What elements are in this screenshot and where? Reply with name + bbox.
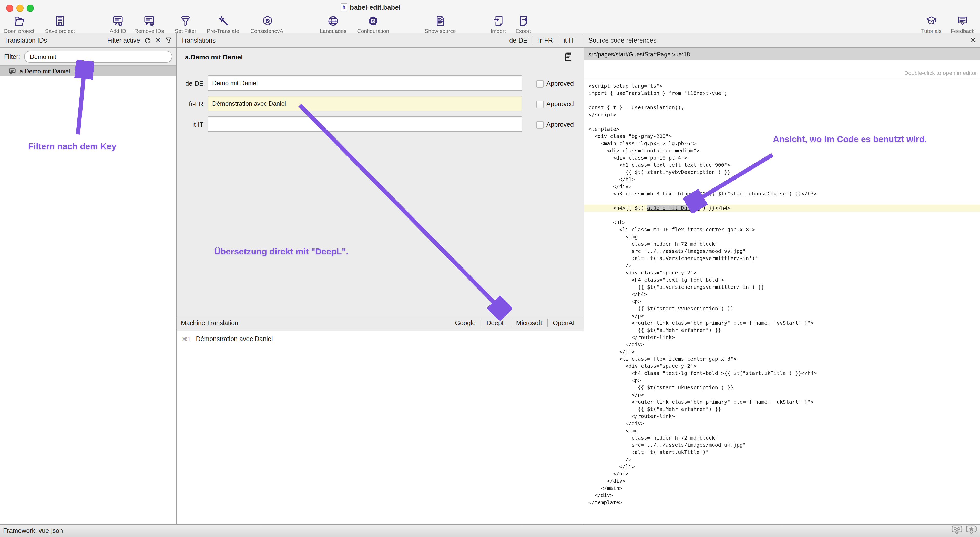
export-icon [493, 15, 554, 27]
code-line: <p> [584, 377, 980, 384]
code-line: </main> [584, 485, 980, 492]
toolbar-show-source[interactable]: Show source [409, 15, 471, 34]
shortcut-badge: ⌘1 [182, 336, 191, 342]
code-line: {{ $t("a.Versicherungsvermittler/-in") }… [584, 284, 980, 291]
code-line: /> [584, 262, 980, 269]
filter-active-label: Filter active [107, 37, 140, 44]
provider-tab-openai[interactable]: OpenAI [547, 319, 580, 327]
window-title-group: b babel-edit.babel [340, 3, 401, 11]
translation-input-it-IT[interactable] [208, 116, 522, 132]
code-line: <h4 class="text-lg font-bold"> [584, 276, 980, 284]
approved-checkbox-fr-FR[interactable] [536, 100, 544, 108]
lang-tab-fr-fr[interactable]: fr-FR [533, 36, 558, 45]
translation-row-fr-FR: fr-FRApproved [177, 96, 584, 112]
language-label: de-DE [179, 75, 204, 92]
machine-translation-header: Machine Translation GoogleDeepLMicrosoft… [177, 316, 584, 330]
status-bar: Framework: vue-json [0, 524, 980, 537]
toolbar-label: ConsistencyAI [237, 28, 298, 34]
translation-row-it-IT: it-ITApproved [177, 116, 584, 133]
toolbar-label: Configuration [342, 28, 404, 34]
approved-checkbox-it-IT[interactable] [536, 121, 544, 129]
toolbar-label: Feedback [932, 28, 980, 34]
toolbar-label: Show source [409, 28, 471, 34]
source-code-references-panel: Source code references ✕ src/pages/start… [584, 33, 980, 524]
code-line: {{ $t("a.Mehr erfahren") }} [584, 406, 980, 413]
code-line: </div> [584, 183, 980, 190]
filter-input[interactable] [24, 51, 172, 62]
code-line: </template> [584, 499, 980, 506]
code-line: <div class="pb-10 pt-4"> [584, 155, 980, 162]
toolbar-save-project[interactable]: Save project [29, 15, 91, 34]
code-line: </li> [584, 463, 980, 470]
provider-tabs: GoogleDeepLMicrosoftOpenAI [450, 317, 580, 330]
configuration-icon [342, 15, 404, 27]
clear-filter-icon[interactable]: ✕ [155, 37, 161, 44]
provider-tab-deepl[interactable]: DeepL [481, 319, 511, 327]
provider-tab-microsoft[interactable]: Microsoft [511, 319, 547, 327]
translation-ids-title: Translation IDs [4, 37, 47, 44]
language-tabs: de-DEfr-FRit-IT [504, 33, 580, 47]
translation-id-item[interactable]: a.Demo mit Daniel [0, 66, 176, 76]
file-reference-row[interactable]: src/pages/start/GuestStartPage.vue:18 [584, 48, 980, 60]
code-line: import { useTranslation } from "i18next-… [584, 90, 980, 97]
annotation-deepl-note: Übersetzung direkt mit "DeepL". [214, 247, 348, 257]
filter-row: Filter: [0, 48, 176, 66]
approved-label: Approved [546, 75, 574, 92]
approved-checkbox-de-DE[interactable] [536, 80, 544, 88]
filter-controls: Filter active ✕ [107, 37, 172, 44]
code-line: /> [584, 456, 980, 463]
code-line: <h1 class="text-left text-blue-900"> [584, 162, 980, 169]
translation-input-de-DE[interactable] [208, 75, 522, 91]
zoom-window-button[interactable] [27, 5, 34, 12]
machine-translation-body: ⌘1 Démonstration avec Daniel [177, 331, 584, 524]
consistency-ai-icon [237, 15, 298, 27]
filter-funnel-icon[interactable] [165, 37, 172, 44]
provider-tab-google[interactable]: Google [450, 319, 481, 327]
feedback-icon [932, 15, 980, 27]
feedback-wave-icon[interactable] [951, 525, 963, 537]
machine-translation-result-row[interactable]: ⌘1 Démonstration avec Daniel [177, 331, 584, 343]
toolbar-consistencyai[interactable]: ConsistencyAI [237, 15, 298, 34]
code-line: </p> [584, 312, 980, 320]
rate-star-icon[interactable] [966, 525, 977, 537]
refresh-icon[interactable] [144, 37, 151, 44]
code-line: :alt="t('start.ukTitle')" [584, 449, 980, 456]
toolbar-label: Save project [29, 28, 91, 34]
lang-tab-de-de[interactable]: de-DE [504, 36, 533, 45]
code-line [584, 198, 980, 205]
notes-icon[interactable] [564, 52, 573, 64]
code-line: {{ $t("start.ukDescription") }} [584, 384, 980, 391]
toolbar-feedback[interactable]: Feedback [932, 15, 980, 34]
right-divider[interactable] [584, 33, 584, 524]
toolbar-label: Export [493, 28, 554, 34]
language-label: fr-FR [179, 96, 204, 112]
translations-panel: Translations de-DEfr-FRit-IT a.Demo mit … [177, 33, 584, 524]
toolbar-export[interactable]: Export [493, 15, 554, 34]
code-line [584, 212, 980, 219]
toolbar-configuration[interactable]: Configuration [342, 15, 404, 34]
code-line: src="../../assets/images/mood_uk.jpg" [584, 441, 980, 449]
code-line: <ul> [584, 219, 980, 226]
code-line: src="../../assets/images/mood_vv.jpg" [584, 248, 980, 255]
machine-translation-title: Machine Translation [181, 320, 238, 327]
highlighted-translation-key: a.Demo mit Daniel [647, 205, 700, 211]
save-project-icon [29, 15, 91, 27]
code-line [584, 118, 980, 126]
left-divider[interactable] [176, 33, 177, 524]
code-line: <template> [584, 126, 980, 133]
show-source-icon [409, 15, 471, 27]
translation-input-fr-FR[interactable] [208, 96, 522, 111]
close-panel-icon[interactable]: ✕ [970, 37, 976, 44]
status-icons [951, 525, 977, 537]
source-references-title: Source code references [589, 37, 656, 44]
minimize-window-button[interactable] [16, 5, 24, 12]
window-title: babel-edit.babel [350, 3, 401, 11]
code-line: class="hidden h-72 md:block" [584, 241, 980, 248]
close-window-button[interactable] [6, 5, 13, 12]
framework-label: Framework: vue-json [3, 527, 63, 534]
lang-tab-it-it[interactable]: it-IT [558, 36, 580, 45]
code-line: <div class="space-y-2"> [584, 363, 980, 370]
code-line: const { t } = useTranslation(); [584, 104, 980, 111]
code-line: </div> [584, 492, 980, 499]
source-references-header: Source code references ✕ [584, 33, 980, 48]
